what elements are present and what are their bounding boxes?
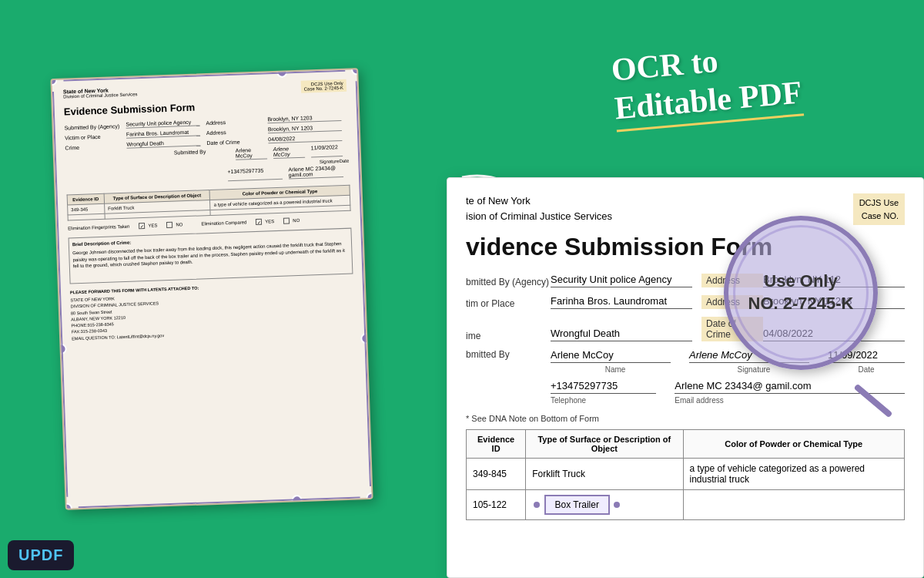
orig-addr-value: Brooklyn, NY 1203 (267, 114, 341, 123)
edit-agency-value: Security Unit police Agency (551, 274, 692, 287)
orig-victim-label: Victim or Place (65, 133, 126, 141)
orig-agency-value: Security Unit police Agency (126, 119, 199, 128)
orig-email: Arlene MC 23434@ gamil.com (288, 165, 343, 179)
orig-sig: Arlene McCoy (273, 146, 306, 159)
orig-description: Brief Description of Crime: George Johns… (69, 228, 353, 284)
orig-address-block: STATE OF NEW YORK DIVISION OF CRIMINAL J… (70, 287, 355, 342)
orig-contact-row: +13475297735 Arlene MC 23434@ gamil.com (166, 165, 350, 183)
orig-state-block: State of New York Division of Criminal J… (63, 86, 138, 101)
orig-comp-yes-box: ✓ (256, 219, 262, 225)
orig-comp-no-label: NO (293, 218, 300, 223)
orig-sub-label: Submitted By (174, 148, 236, 163)
orig-phone: +13475297735 (227, 167, 283, 181)
orig-elim-fp-label: Elimination Fingerprints Taken (68, 224, 129, 231)
updf-text: UPDF (18, 546, 63, 563)
edit-crime-label: ime (466, 331, 551, 341)
edit-victim-value: Farinha Bros. Laundromat (551, 295, 692, 309)
edit-table-row-2: 105-122 Box Trailer (467, 490, 905, 520)
edit-name-sublabel: Name (551, 365, 680, 374)
edit-state: te of New York (466, 193, 612, 209)
orig-contact-spacer (166, 169, 228, 183)
edit-table-header: Evidence ID Type of Surface or Descripti… (467, 430, 905, 459)
edit-th-id: Evidence ID (467, 430, 526, 459)
orig-sub-name: Arlene McCoy (236, 146, 268, 160)
edit-dcjs-label: DCJS Use (859, 197, 899, 210)
orig-yes-group: ✓ YES (139, 222, 157, 229)
orig-date: 11/09/2022 (311, 144, 343, 157)
orig-victim-value: Farinha Bros. Laundromat (126, 129, 200, 138)
edit-td-type-1: Forklift Truck (526, 459, 683, 490)
orig-evidence-table: Evidence ID Type of Surface or Descripti… (67, 185, 351, 221)
edit-th-color: Color of Powder or Chemical Type (683, 430, 904, 459)
edit-td-type-2: Box Trailer (526, 490, 683, 520)
edit-td-color-1: a type of vehicle categorized as a power… (683, 459, 904, 490)
edit-phone-value: +13475297735 (551, 380, 656, 394)
orig-row-submittedby: Submitted By Arlene McCoy Arlene McCoy 1… (65, 144, 350, 189)
edit-td-id-2: 105-122 (467, 490, 526, 520)
edit-evidence-table: Evidence ID Type of Surface or Descripti… (466, 429, 905, 520)
dcjs-use-only: Use Only (764, 271, 837, 291)
orig-crime-label: Crime (65, 143, 126, 151)
orig-comp-no-box (283, 217, 290, 223)
edit-email-value: Arlene MC 23434@ gamil.com (675, 380, 905, 394)
original-document: State of New York Division of Criminal J… (50, 68, 373, 510)
box-trailer-handle-left (534, 502, 540, 508)
orig-comp-yes-label: YES (265, 219, 274, 223)
updf-logo: UPDF (8, 540, 74, 570)
dcjs-stamp-content: Use Only NO. 2-7245-K (748, 271, 854, 314)
orig-comp-yes-group: ✓ YES (256, 218, 274, 225)
orig-yes-box: ✓ (139, 223, 145, 229)
orig-td-id2 (68, 213, 105, 220)
edit-dna-note: * See DNA Note on Bottom of Form (466, 414, 905, 423)
orig-date-sub: Date (340, 159, 350, 163)
edit-dcjs-box: DCJS Use Case NO. (853, 193, 905, 225)
edit-table-row-1: 349-845 Forklift Truck a type of vehicle… (467, 459, 905, 490)
orig-case-no: Case No. 2-7245-K (304, 86, 344, 92)
orig-yes-label: YES (148, 223, 157, 227)
edit-sub-label: bmitted By (466, 349, 551, 360)
edit-crime-value: Wrongful Death (551, 328, 692, 341)
orig-doc-label: Date of Crime (206, 138, 268, 146)
box-trailer-handle-right (614, 502, 620, 508)
box-trailer-cell: Box Trailer (544, 495, 610, 515)
orig-crime-value: Wrongful Death (126, 139, 200, 148)
edit-phone-sublabel: Telephone (551, 396, 665, 405)
edit-contact-row: +13475297735 Telephone Arlene MC 23434@ … (466, 380, 905, 405)
edit-case-label: Case NO. (859, 210, 899, 223)
edit-date-sublabel: Date (828, 365, 905, 374)
edit-agency-label: bmitted By (Agency) (466, 277, 551, 287)
orig-sig-sub: Signature (320, 159, 340, 164)
edit-td-color-2 (683, 490, 904, 520)
dcjs-magnifier-stamp: Use Only NO. 2-7245-K (724, 216, 878, 370)
edit-victim-label: tim or Place (466, 298, 551, 309)
edit-header-row: te of New York ision of Criminal Justice… (466, 193, 905, 225)
orig-sub-sublabels: Signature Date (320, 159, 350, 164)
edit-phone-col: +13475297735 Telephone (551, 380, 665, 405)
edit-division: ision of Criminal Justice Services (466, 209, 612, 224)
orig-dcjs-block: DCJS Use Only Case No. 2-7245-K (300, 79, 346, 93)
orig-no-label: NO (176, 222, 182, 227)
edit-sub-col1: Arlene McCoy Name (551, 349, 680, 374)
orig-addr2-label: Address (206, 128, 268, 136)
orig-no-box (166, 222, 172, 228)
edit-contact-spacer (466, 380, 551, 405)
edit-name-value: Arlene McCoy (551, 349, 671, 363)
dcjs-case-no: NO. 2-7245-K (748, 294, 854, 313)
orig-no-group: NO (166, 221, 182, 228)
orig-elim-comp-label: Elimination Compared (201, 220, 246, 226)
edit-state-info: te of New York ision of Criminal Justice… (466, 193, 612, 225)
orig-addr-label: Address (206, 118, 267, 126)
edit-th-type: Type of Surface or Description of Object (526, 430, 683, 459)
orig-agency-label: Submitted By (Agency) (64, 123, 126, 131)
orig-doc-value: 04/08/2022 (268, 134, 342, 143)
ocr-title: OCR to Editable PDF (610, 35, 804, 133)
ocr-title-line1: OCR to (610, 43, 719, 88)
orig-comp-no-group: NO (283, 217, 300, 224)
edit-td-id-1: 349-845 (467, 459, 526, 490)
orig-addr2-value: Brooklyn, NY 1203 (268, 124, 342, 133)
